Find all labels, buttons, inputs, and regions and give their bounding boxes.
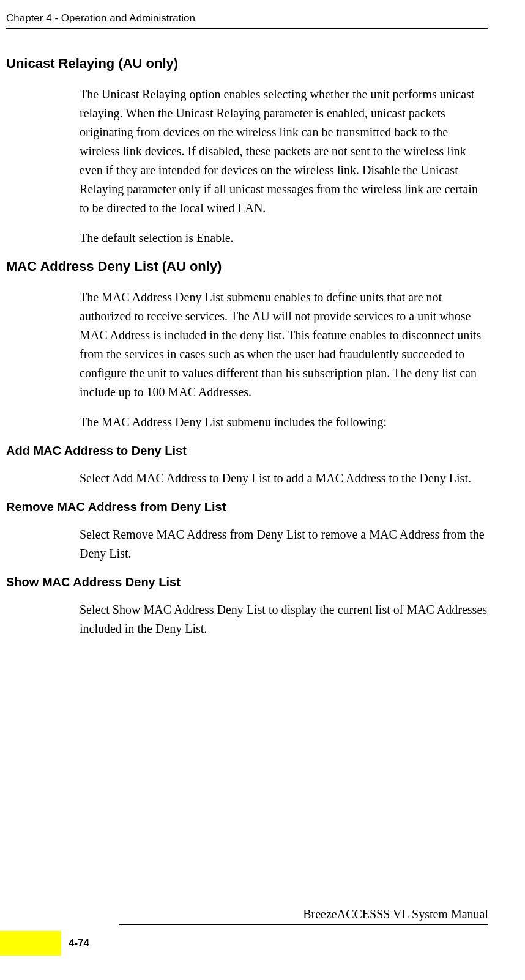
footer-left: 4-74 (0, 931, 89, 956)
section-show-mac: Show MAC Address Deny List Select Show M… (6, 575, 488, 638)
yellow-marker (0, 931, 61, 956)
heading-remove-mac: Remove MAC Address from Deny List (6, 500, 488, 514)
section-mac-deny: MAC Address Deny List (AU only) The MAC … (6, 259, 488, 432)
heading-unicast: Unicast Relaying (AU only) (6, 56, 488, 72)
body-text: The Unicast Relaying option enables sele… (80, 85, 488, 218)
manual-title: BreezeACCESSS VL System Manual (303, 907, 488, 921)
page-footer: BreezeACCESSS VL System Manual 4-74 (0, 924, 488, 956)
heading-add-mac: Add MAC Address to Deny List (6, 444, 488, 458)
section-add-mac: Add MAC Address to Deny List Select Add … (6, 444, 488, 488)
body-text: Select Remove MAC Address from Deny List… (80, 525, 488, 563)
chapter-label: Chapter 4 - Operation and Administration (6, 12, 195, 24)
heading-show-mac: Show MAC Address Deny List (6, 575, 488, 589)
heading-mac-deny: MAC Address Deny List (AU only) (6, 259, 488, 274)
section-unicast: Unicast Relaying (AU only) The Unicast R… (6, 56, 488, 248)
footer-wrap: BreezeACCESSS VL System Manual 4-74 (0, 924, 488, 956)
body-text: The default selection is Enable. (80, 229, 488, 248)
footer-row: 4-74 (0, 931, 488, 956)
body-text: Select Show MAC Address Deny List to dis… (80, 600, 488, 638)
document-page: Chapter 4 - Operation and Administration… (0, 0, 525, 980)
section-remove-mac: Remove MAC Address from Deny List Select… (6, 500, 488, 563)
page-header: Chapter 4 - Operation and Administration (6, 12, 488, 29)
body-text: The MAC Address Deny List submenu includ… (80, 413, 488, 432)
page-number: 4-74 (69, 937, 89, 949)
body-text: Select Add MAC Address to Deny List to a… (80, 469, 488, 488)
body-text: The MAC Address Deny List submenu enable… (80, 288, 488, 402)
footer-rule (119, 924, 488, 925)
